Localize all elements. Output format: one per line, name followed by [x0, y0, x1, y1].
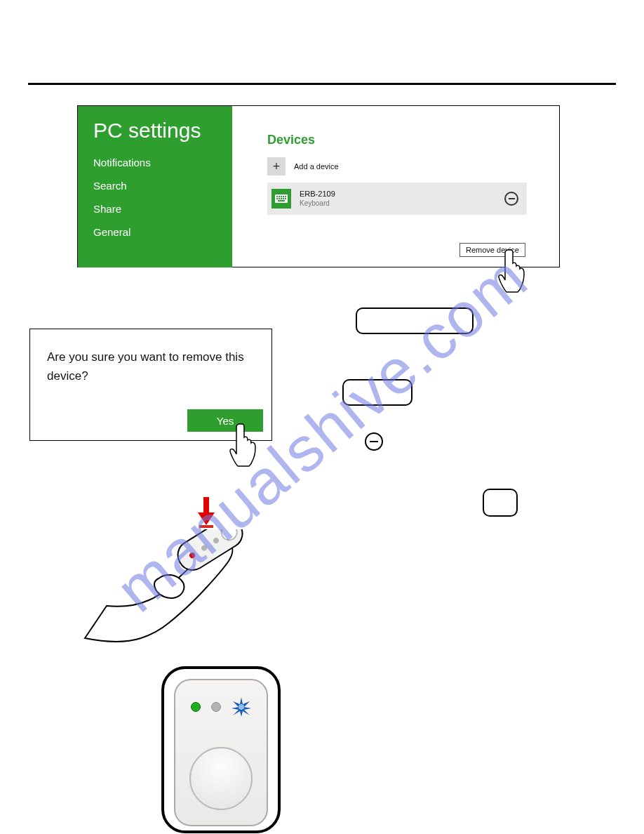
device-list-item[interactable]: ERB-2109 Keyboard [267, 183, 527, 215]
svg-rect-1 [276, 196, 278, 197]
svg-rect-7 [279, 198, 280, 199]
horizontal-rule [28, 83, 616, 85]
svg-rect-6 [276, 198, 278, 199]
svg-rect-14 [199, 525, 213, 528]
callout-box [483, 489, 518, 517]
svg-rect-10 [285, 198, 286, 199]
callout-box [356, 307, 474, 334]
starburst-icon [232, 697, 251, 717]
add-device-label: Add a device [294, 162, 339, 171]
devices-heading: Devices [267, 133, 559, 147]
remote-closeup-illustration [161, 666, 281, 833]
svg-point-21 [239, 704, 244, 710]
confirm-message: Are you sure you want to remove this dev… [47, 348, 255, 385]
svg-rect-12 [203, 497, 209, 512]
add-device-row[interactable]: + Add a device [267, 157, 559, 176]
sidebar-item-notifications[interactable]: Notifications [93, 157, 232, 168]
hand-pointer-icon [228, 421, 260, 467]
hand-pointer-icon [497, 247, 528, 293]
settings-sidebar: PC settings Notifications Search Share G… [78, 106, 232, 267]
svg-rect-11 [278, 200, 285, 201]
arrow-down-icon [198, 497, 215, 528]
sidebar-item-share[interactable]: Share [93, 203, 232, 215]
svg-rect-4 [283, 196, 284, 197]
sidebar-item-search[interactable]: Search [93, 180, 232, 192]
callout-box [342, 379, 412, 406]
svg-rect-5 [285, 196, 286, 197]
plus-icon: + [267, 157, 286, 176]
hand-holding-remote-illustration [81, 529, 257, 649]
round-button-icon [189, 747, 253, 810]
device-kind: Keyboard [300, 199, 335, 208]
led-gray-icon [211, 702, 221, 712]
svg-rect-3 [281, 196, 282, 197]
device-name: ERB-2109 [300, 190, 335, 199]
svg-marker-13 [198, 512, 215, 525]
svg-rect-9 [283, 198, 284, 199]
remove-device-icon[interactable] [504, 192, 518, 206]
settings-title: PC settings [93, 119, 232, 143]
minus-circle-icon [365, 432, 383, 451]
svg-rect-2 [279, 196, 280, 197]
led-green-icon [191, 702, 201, 712]
keyboard-icon [271, 189, 291, 208]
svg-rect-8 [281, 198, 282, 199]
sidebar-item-general[interactable]: General [93, 226, 232, 238]
